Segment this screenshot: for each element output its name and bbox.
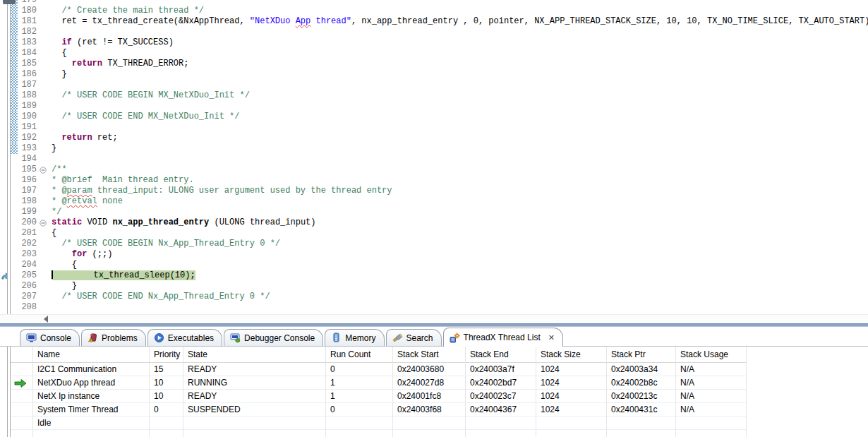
- code-line[interactable]: 204 {: [0, 260, 868, 270]
- code-line[interactable]: 179: [0, 0, 868, 6]
- code-text: */: [50, 207, 868, 217]
- code-line[interactable]: 207 /* USER CODE END Nx_App_Thread_Entry…: [0, 292, 868, 302]
- fold-gutter[interactable]: [37, 217, 50, 228]
- code-line[interactable]: 203 for (;;): [0, 249, 868, 260]
- code-line[interactable]: 184 {: [0, 48, 868, 59]
- line-number: 188: [18, 90, 37, 101]
- ide-window: 179180 /* Create the main thread */181 r…: [0, 0, 868, 437]
- code-line[interactable]: 181 ret = tx_thread_create(&NxAppThread,…: [0, 16, 868, 27]
- code-text: ret = tx_thread_create(&NxAppThread, "Ne…: [50, 16, 868, 27]
- code-line[interactable]: 191: [0, 122, 868, 133]
- code-line[interactable]: 201{: [0, 228, 868, 239]
- code-line[interactable]: 182: [0, 27, 868, 37]
- table-row[interactable]: Idle: [10, 417, 868, 430]
- code-line[interactable]: 196* @brief Main thread entry.: [0, 175, 868, 186]
- line-number: 199: [18, 207, 37, 217]
- fold-gutter: [37, 48, 50, 59]
- column-header-stack-ptr[interactable]: Stack Ptr: [607, 347, 676, 363]
- code-line[interactable]: 183 if (ret != TX_SUCCESS): [0, 37, 868, 48]
- code-line[interactable]: 185 return TX_THREAD_ERROR;: [0, 59, 868, 69]
- code-line[interactable]: 205 tx_thread_sleep(10);: [0, 270, 868, 281]
- code-line[interactable]: 187: [0, 80, 868, 90]
- code-line[interactable]: 208: [0, 302, 868, 313]
- table-cell: [676, 430, 747, 437]
- editor-horizontal-scrollbar[interactable]: [0, 314, 868, 323]
- code-line[interactable]: 199*/: [0, 207, 868, 217]
- fold-gutter: [37, 270, 50, 281]
- table-cell: [536, 430, 607, 437]
- line-number: 186: [18, 69, 37, 80]
- fold-gutter: [37, 27, 50, 37]
- table-cell: [466, 430, 536, 437]
- table-cell: [33, 430, 150, 437]
- tab-executables[interactable]: Executables: [147, 329, 222, 346]
- line-number: 195: [18, 164, 37, 175]
- column-header-state[interactable]: State: [183, 347, 326, 363]
- fold-collapse-icon: [40, 167, 47, 174]
- table-empty-row: [10, 430, 868, 437]
- code-line[interactable]: 195/**: [0, 164, 868, 175]
- table-cell: [676, 417, 747, 430]
- current-exec-line-highlight: tx_thread_sleep(10);: [52, 270, 195, 280]
- diff-change-bar: [11, 143, 18, 154]
- code-text: {: [50, 260, 868, 270]
- column-header-stack-start[interactable]: Stack Start: [393, 347, 466, 363]
- table-row[interactable]: I2C1 Communication15READY00x240036800x24…: [10, 363, 868, 376]
- tab-console[interactable]: Console: [20, 329, 80, 346]
- line-number: 205: [18, 270, 37, 281]
- code-line[interactable]: 202 /* USER CODE BEGIN Nx_App_Thread_Ent…: [0, 239, 868, 249]
- code-line[interactable]: 188 /* USER CODE BEGIN MX_NetXDuo_Init *…: [0, 90, 868, 101]
- diff-gutter: [11, 260, 18, 270]
- code-line[interactable]: 198* @retval none: [0, 196, 868, 207]
- table-cell: N/A: [676, 363, 747, 376]
- tab-memory[interactable]: Memory: [325, 329, 384, 346]
- column-header-run-count[interactable]: Run Count: [326, 347, 393, 363]
- close-icon[interactable]: ✕: [548, 334, 555, 342]
- editor-ruler-divider: [7, 0, 11, 314]
- line-number: 190: [18, 112, 37, 122]
- diff-gutter: [11, 302, 18, 313]
- diff-change-bar: [11, 48, 18, 59]
- code-line[interactable]: 194: [0, 154, 868, 164]
- tab-label: Search: [406, 333, 433, 343]
- table-row[interactable]: NetXDuo App thread10RUNNING10x240027d80x…: [10, 376, 868, 390]
- column-header-stack-size[interactable]: Stack Size: [536, 347, 607, 363]
- code-line[interactable]: 197* @param thread_input: ULONG user arg…: [0, 186, 868, 196]
- column-header-priority[interactable]: Priority: [150, 347, 183, 363]
- diff-change-bar: [11, 16, 18, 27]
- table-cell: [466, 417, 536, 430]
- code-editor[interactable]: 179180 /* Create the main thread */181 r…: [0, 0, 868, 314]
- clipped-gutter-marker: [3, 0, 16, 4]
- table-cell: SUSPENDED: [183, 403, 326, 417]
- code-line[interactable]: 206 }: [0, 281, 868, 292]
- tab-threadx-thread-list[interactable]: ThreadX Thread List ✕: [443, 328, 563, 347]
- tab-search[interactable]: Search: [386, 329, 442, 346]
- code-line[interactable]: 200static VOID nx_app_thread_entry (ULON…: [0, 217, 868, 228]
- code-line[interactable]: 189: [0, 101, 868, 112]
- line-number: 189: [18, 101, 37, 112]
- scroll-left-arrow-icon[interactable]: [44, 316, 48, 323]
- table-cell: 0: [150, 403, 183, 417]
- code-line[interactable]: 192 return ret;: [0, 133, 868, 143]
- table-row[interactable]: NetX Ip instance10READY10x24001fc80x2400…: [10, 390, 868, 403]
- fold-gutter: [37, 101, 50, 112]
- line-number: 181: [18, 16, 37, 27]
- fold-gutter: [37, 175, 50, 186]
- code-text: return ret;: [50, 133, 868, 143]
- debugger-console-icon: [230, 333, 241, 343]
- code-line[interactable]: 180 /* Create the main thread */: [0, 6, 868, 16]
- line-number: 206: [18, 281, 37, 292]
- tab-debugger-console[interactable]: Debugger Console: [224, 329, 323, 346]
- table-row[interactable]: System Timer Thread0SUSPENDED00x24003f68…: [10, 403, 868, 417]
- line-number: 180: [18, 6, 37, 16]
- column-header-name[interactable]: Name: [33, 347, 150, 363]
- column-header-stack-end[interactable]: Stack End: [466, 347, 536, 363]
- tab-problems[interactable]: Problems: [81, 329, 146, 346]
- column-header-stack-usage[interactable]: Stack Usage: [676, 347, 747, 363]
- problems-icon: [88, 333, 98, 343]
- code-line[interactable]: 193}: [0, 143, 868, 154]
- code-line[interactable]: 190 /* USER CODE END MX_NetXDuo_Init */: [0, 112, 868, 122]
- diff-gutter: [11, 228, 18, 239]
- code-line[interactable]: 186 }: [0, 69, 868, 80]
- fold-gutter[interactable]: [37, 164, 50, 175]
